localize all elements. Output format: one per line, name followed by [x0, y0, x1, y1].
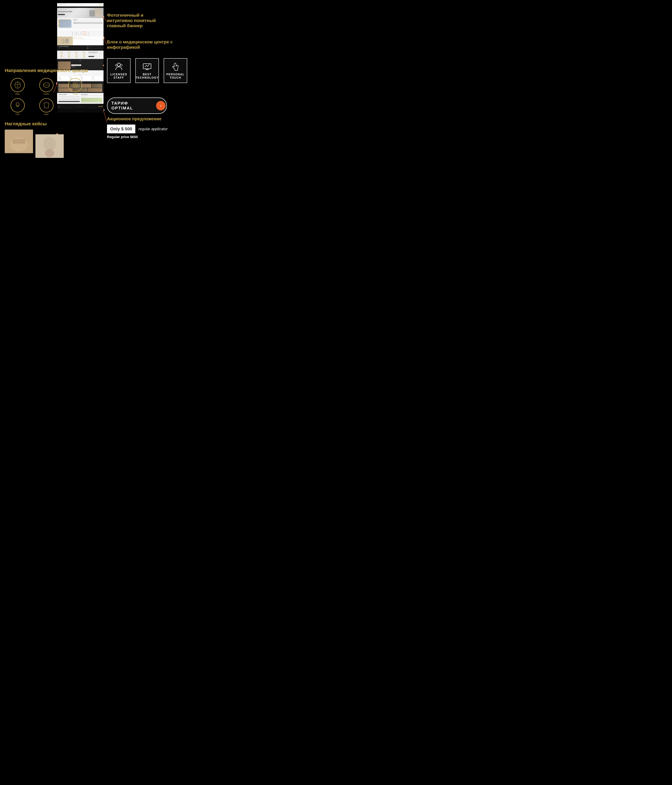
chin-icon [69, 56, 70, 57]
popular-cta-button[interactable]: SCHEDULE A CONSULTATION [88, 56, 94, 57]
svg-rect-18 [66, 39, 68, 43]
price-callout-tag: Only $ 500 [107, 125, 135, 133]
svg-line-6 [103, 110, 107, 123]
about-text: Perfect Med Spa is a professional medica… [74, 21, 102, 22]
testimonial-text-4: Fantastic results! [92, 80, 102, 80]
area-icon-chest: Chest [81, 55, 88, 58]
area-icon-flanks: Flanks [66, 52, 73, 55]
nav-about[interactable]: ABOUT US [81, 7, 84, 8]
about-slider-dots: · · · · · [57, 29, 103, 31]
icon-label-personal: PERSONALTOUCH [79, 34, 81, 35]
purpose-text-1: I want to Fit into those jeans forever. … [89, 46, 103, 47]
gallery-callout-image-1 [5, 130, 33, 153]
coolsculpting-info-title: What is Coolsculpting? [74, 38, 103, 39]
price-callout-box: Only $ 500 regular applicator [107, 125, 168, 133]
callout-gallery: Наглядные кейсы [5, 121, 64, 158]
price-callout-desc: regular applicator [138, 127, 168, 131]
purpose-num-2: 02 [87, 48, 88, 49]
icon-personal-touch: PERSONALTOUCH [79, 31, 82, 36]
footer-social-1[interactable] [99, 106, 99, 107]
footer-social-2[interactable] [100, 106, 100, 107]
popular-areas-icons: Belly Flanks [58, 52, 88, 58]
area-circle-legs [75, 55, 78, 58]
hero-title: COOLSCULPTING [58, 11, 72, 13]
gallery-next-button[interactable]: › [102, 88, 103, 88]
callout-icons-large: LICENSEDSTAFF BESTTECHNOLOGY PERSONALTOU… [107, 58, 187, 83]
about-next-button[interactable]: › [72, 23, 72, 24]
icon-certified-specialists: CERTIFIEDSPECIALISTS [83, 31, 86, 36]
purpose-num-1: 01 [87, 46, 88, 47]
price-only-text: Only $ 500 [72, 65, 75, 66]
social-icon-4[interactable] [102, 5, 103, 6]
callout-label-licensed: LICENSEDSTAFF [110, 73, 127, 80]
hero-device-image [89, 10, 95, 17]
icon-label-certified: CERTIFIEDSPECIALISTS [83, 34, 85, 35]
area-circle-back [60, 55, 63, 58]
popular-areas-section: Belly Flanks [57, 51, 103, 59]
hero-model-figure [94, 9, 102, 17]
svg-point-12 [73, 33, 73, 33]
footer-social-icons [99, 106, 103, 107]
coolsculpting-logo: coolsculpting [58, 47, 86, 48]
direction-circle-5 [39, 98, 53, 113]
coolsculpting-content: What is Coolsculpting? CoolSculpting is … [73, 37, 103, 45]
purpose-text-2: CoolSculpting treats for the First Solut… [89, 48, 103, 49]
nav-coolsculpting[interactable]: COOLSCULPTING [76, 7, 80, 8]
nav-home[interactable]: HOME [74, 7, 75, 8]
header-search-bar[interactable] [98, 4, 103, 5]
callout-tarif: ТАРИФ OPTIMAL › [107, 97, 167, 114]
hero-cta-button[interactable]: SCHEDULE A CONSULTATION [58, 14, 65, 15]
direction-svg-2 [42, 81, 50, 89]
logo-main: Perfect [80, 4, 84, 5]
area-label-chin: Chin [69, 58, 69, 58]
about-prev-button[interactable]: ‹ [58, 23, 59, 24]
header-right [98, 4, 103, 6]
page-wrapper: 840 5th St, New York, NY 10017 212-457-1… [0, 0, 672, 785]
direction-svg-3 [71, 81, 79, 89]
licensed-staff-icon [72, 32, 73, 34]
area-label-arms: Arms [84, 54, 85, 55]
best-technology-icon [76, 32, 77, 34]
direction-label-5: Back [44, 113, 49, 116]
personal-touch-icon [80, 32, 81, 34]
svg-line-2 [103, 38, 107, 45]
purposes-title: The purposes of CoolSculpting [58, 46, 86, 47]
gallery-img-4 [92, 84, 102, 88]
about-cta-button[interactable]: SCHEDULE A CONSULTATION [74, 22, 102, 23]
icon-box-integrity [87, 31, 90, 34]
site-logo: Perfect med spa [80, 4, 84, 6]
price-sub-desc: One applicator per area [71, 66, 103, 67]
gallery-callout-images [5, 130, 64, 158]
svg-rect-38 [73, 82, 75, 88]
area-circle-arms [83, 52, 85, 54]
site-nav: HOME COOLSCULPTING ABOUT US CONTACT [57, 6, 103, 8]
area-icon-legs: Legs [73, 55, 80, 58]
social-icon-3[interactable] [101, 5, 102, 6]
about-title: About Us [74, 19, 102, 20]
coolsculpting-info-section: What is Coolsculpting? CoolSculpting is … [57, 37, 103, 45]
purpose-item-2: 02 CoolSculpting treats for the First So… [87, 48, 103, 49]
svg-point-29 [121, 64, 122, 66]
direction-label-4: Chin [16, 113, 19, 116]
svg-point-24 [69, 56, 69, 56]
svg-line-0 [103, 17, 107, 22]
tarif-button[interactable]: ТАРИФ OPTIMAL › [107, 97, 167, 114]
direction-svg-4 [14, 102, 22, 109]
logo-sub: med spa [80, 5, 84, 6]
tarif-arrow-button[interactable]: › [156, 101, 166, 110]
social-icon-2[interactable] [100, 5, 101, 6]
direction-icon-5: Back [33, 98, 59, 116]
nav-contact[interactable]: CONTACT [85, 7, 87, 8]
svg-point-46 [45, 149, 54, 157]
footer-social-4[interactable] [102, 106, 103, 107]
site-header: 840 5th St, New York, NY 10017 212-457-1… [57, 3, 103, 6]
direction-icon-2: Flanks [33, 78, 59, 95]
header-phone: 212-457-1800 [58, 5, 61, 5]
purposes-section: The purposes of CoolSculpting coolsculpt… [57, 45, 103, 51]
callout-label-personal: PERSONALTOUCH [166, 73, 185, 80]
coolsculpting-image [57, 37, 73, 45]
footer-social-3[interactable] [101, 106, 102, 107]
price-callout-regular: Regular price $650 [107, 135, 168, 139]
social-icon-1[interactable] [99, 5, 100, 6]
direction-label-1: Belly [16, 93, 20, 95]
